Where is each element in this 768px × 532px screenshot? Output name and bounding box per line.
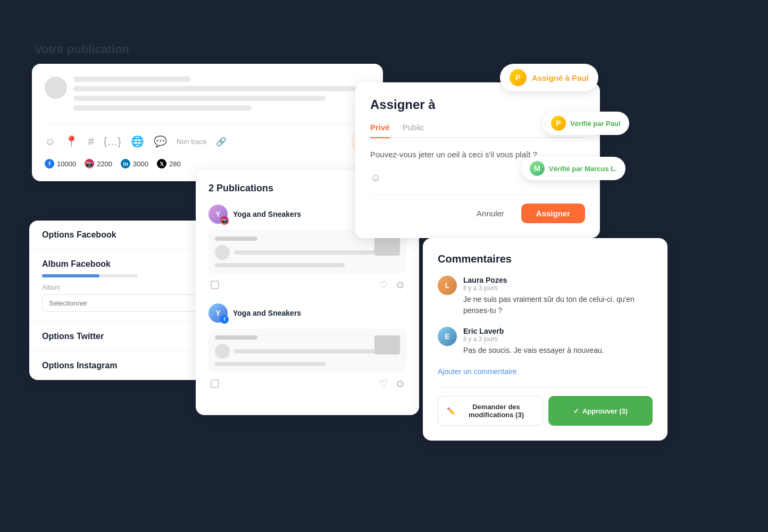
assigned-paul-avatar: P [510, 69, 527, 86]
comment-2-text: Pas de soucis. Je vais essayer à nouveau… [463, 345, 604, 356]
pub-item-1-check-icon[interactable]: ⊙ [396, 279, 404, 291]
twitter-icon: 𝕏 [157, 159, 166, 168]
add-comment-link[interactable]: Ajouter un commentaire [438, 367, 517, 376]
approve-button[interactable]: ✓ Approuver (3) [548, 396, 653, 426]
publication-item-2: Y f Yoga and Sneakers ♡ ⊙ [208, 303, 406, 390]
assigned-badge-text: Assigné à Paul [532, 73, 589, 82]
pub-item-1-small-avatar [215, 245, 230, 260]
publication-card: ☺ 📍 # {…} 🌐 💬 Non tracé 🔗 ✨ f 10000 📷 22… [32, 64, 383, 181]
pub-item-2-actions: ♡ ⊙ [379, 378, 404, 390]
verifie-marcus-avatar: M [530, 161, 545, 176]
comment-2-author: Eric Laverb [463, 327, 604, 335]
comment-1-content: Laura Pozes Il y a 3 jours Je ne suis pa… [463, 276, 653, 316]
link-icon[interactable]: 🔗 [216, 137, 227, 147]
options-facebook-title: Options Facebook [42, 230, 213, 240]
stat-linkedin: in 3000 [121, 159, 148, 168]
pub-item-2-header: Y f Yoga and Sneakers [208, 303, 406, 323]
verifie-marcus-badge: M Vérifié par Marcus L. [521, 157, 625, 180]
pub-toolbar: ☺ 📍 # {…} 🌐 💬 Non tracé 🔗 ✨ [45, 123, 370, 150]
pub-item-1-name: Yoga and Sneakers [233, 210, 301, 218]
verifie-paul-text: Vérifié par Paul [570, 120, 621, 128]
stat-facebook: f 10000 [45, 159, 76, 168]
tab-public[interactable]: Public [403, 123, 424, 137]
cancel-button[interactable]: Annuler [466, 204, 515, 223]
assigned-badge: P Assigné à Paul [500, 64, 598, 91]
album-label: Album [42, 284, 213, 291]
tab-prive[interactable]: Privé [370, 123, 390, 138]
page-title: Votre publication [35, 43, 129, 56]
comment-icon[interactable]: 💬 [154, 135, 167, 148]
pub-item-1-footer: ♡ ⊙ [208, 279, 406, 291]
comment-2-time: Il y a 3 jours [463, 335, 604, 343]
pub-item-1-like-icon[interactable]: ♡ [379, 279, 388, 291]
album-progress-fill [42, 274, 99, 277]
request-changes-button[interactable]: ✏️ Demander des modifications (3) [438, 396, 543, 426]
linkedin-icon: in [121, 159, 130, 168]
pub-item-1-actions: ♡ ⊙ [379, 279, 404, 291]
pub-avatar [45, 77, 67, 99]
comment-1-text: Je ne suis pas vraiment sûr du ton de ce… [463, 294, 653, 316]
pub-item-2-image [374, 335, 400, 354]
pub-item-2-fb-badge: f [220, 315, 229, 324]
comment-item-1: L Laura Pozes Il y a 3 jours Je ne suis … [438, 276, 653, 316]
pub-item-2-name: Yoga and Sneakers [233, 309, 301, 317]
pub-line-3 [73, 96, 325, 101]
pub-item-1-text-line-2 [215, 263, 345, 267]
stat-instagram: 📷 2200 [85, 159, 112, 168]
social-stats: f 10000 📷 2200 in 3000 𝕏 280 [45, 150, 370, 168]
pub-item-2-lines [215, 335, 400, 340]
comments-footer: ✏️ Demander des modifications (3) ✓ Appr… [438, 387, 653, 426]
assign-footer: Annuler Assigner [370, 195, 585, 223]
comment-item-2: E Eric Laverb Il y a 3 jours Pas de souc… [438, 327, 653, 356]
comments-panel: Commentaires L Laura Pozes Il y a 3 jour… [423, 238, 667, 441]
variables-icon[interactable]: {…} [104, 136, 121, 148]
hashtag-icon[interactable]: # [88, 136, 94, 148]
pub-item-2-like-icon[interactable]: ♡ [379, 378, 388, 390]
twitter-count: 280 [169, 160, 181, 168]
pencil-icon: ✏️ [447, 407, 455, 415]
eric-avatar: E [438, 327, 457, 346]
assign-button[interactable]: Assigner [521, 204, 585, 223]
assign-title: Assigner à [370, 97, 585, 112]
pub-item-1-avatar: Y 📷 [208, 205, 228, 224]
non-trace-label: Non tracé [177, 138, 206, 146]
location-icon[interactable]: 📍 [65, 135, 78, 148]
pub-item-2-content [208, 329, 406, 373]
stat-twitter: 𝕏 280 [157, 159, 181, 168]
options-twitter-title: Options Twitter [42, 332, 213, 341]
checkmark-icon: ✓ [573, 407, 579, 415]
pub-item-1-checkbox[interactable] [211, 281, 219, 289]
pub-item-2-footer: ♡ ⊙ [208, 378, 406, 390]
pub-item-2-checkbox[interactable] [211, 379, 219, 388]
pub-item-1-ig-badge: 📷 [220, 216, 229, 225]
pub-header [45, 77, 370, 115]
pub-item-2-small-avatar [215, 344, 230, 359]
album-progress-bar [42, 274, 138, 277]
comment-1-author: Laura Pozes [463, 276, 653, 284]
comment-1-time: Il y a 3 jours [463, 284, 653, 292]
pub-item-1-line-1 [215, 237, 257, 241]
pub-line-4 [73, 105, 252, 111]
verifie-paul-avatar: P [551, 116, 566, 131]
pub-line-1 [73, 77, 190, 82]
verifie-paul-badge: P Vérifié par Paul [542, 112, 629, 135]
pub-item-2-avatar: Y f [208, 303, 228, 323]
album-select-input[interactable] [42, 294, 213, 312]
pub-item-1-image [374, 237, 400, 256]
pub-line-2 [73, 86, 370, 91]
emoji-icon[interactable]: ☺ [45, 136, 55, 148]
pub-item-2-check-icon[interactable]: ⊙ [396, 378, 404, 390]
laura-avatar: L [438, 276, 457, 295]
facebook-count: 10000 [57, 160, 76, 168]
album-facebook-title: Album Facebook [42, 259, 213, 269]
pub-item-2-line-1 [215, 335, 257, 340]
globe-icon[interactable]: 🌐 [131, 135, 144, 148]
approve-label: Approuver (3) [582, 407, 628, 415]
linkedin-count: 3000 [133, 160, 148, 168]
pub-lines [73, 77, 370, 115]
comment-2-content: Eric Laverb Il y a 3 jours Pas de soucis… [463, 327, 604, 356]
options-instagram-title: Options Instagram [42, 361, 213, 370]
facebook-icon: f [45, 159, 54, 168]
verifie-marcus-text: Vérifié par Marcus L. [549, 165, 617, 173]
instagram-count: 2200 [97, 160, 112, 168]
